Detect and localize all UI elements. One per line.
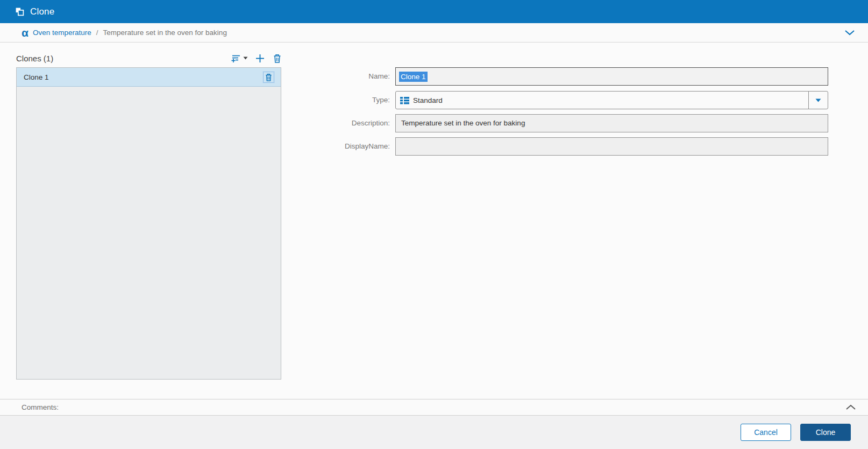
row-trash-icon [265, 73, 272, 81]
plus-icon[interactable] [255, 54, 265, 63]
element-template-list-icon [400, 96, 409, 104]
breadcrumb: α Oven temperature / Temperature set in … [0, 23, 868, 43]
name-input-selected-text: Clone 1 [399, 72, 428, 82]
cancel-button[interactable]: Cancel [741, 424, 791, 441]
type-dropdown-button[interactable] [808, 92, 828, 109]
type-dropdown[interactable]: Standard [395, 91, 828, 109]
chevron-up-icon[interactable] [845, 404, 856, 410]
dialog-title: Clone [30, 6, 54, 17]
add-filter-button[interactable] [231, 54, 248, 63]
type-row: Type: Standard [323, 91, 828, 109]
chevron-down-icon[interactable] [844, 30, 855, 36]
footer: Cancel Clone [0, 416, 868, 449]
displayname-row: DisplayName: [323, 137, 828, 156]
row-delete-button[interactable] [263, 72, 274, 83]
comments-bar: Comments: [0, 399, 868, 416]
name-input[interactable]: Clone 1 [395, 67, 828, 86]
description-input[interactable]: Temperature set in the oven for baking [395, 114, 828, 132]
filter-caret-icon [243, 57, 248, 60]
description-row: Description: Temperature set in the oven… [323, 114, 828, 132]
displayname-input[interactable] [395, 137, 828, 156]
add-filter-icon [231, 54, 241, 63]
clones-panel-header: Clones (1) [16, 52, 281, 65]
comments-label: Comments: [22, 403, 59, 411]
clone-list-item-selected[interactable]: Clone 1 [17, 68, 281, 87]
clones-list: Clone 1 [16, 67, 281, 380]
clones-panel-title: Clones (1) [16, 54, 53, 63]
name-label: Name: [323, 67, 395, 86]
type-label: Type: [323, 91, 395, 109]
alpha-attribute-icon: α [22, 27, 29, 38]
name-row: Name: Clone 1 [323, 67, 828, 86]
breadcrumb-root-link[interactable]: Oven temperature [33, 29, 91, 37]
breadcrumb-separator: / [96, 29, 98, 37]
dialog-titlebar: Clone [0, 0, 868, 23]
clone-button[interactable]: Clone [800, 424, 851, 441]
breadcrumb-current: Temperature set in the oven for baking [103, 29, 227, 37]
combo-caret-icon [815, 99, 821, 102]
trash-icon[interactable] [273, 54, 281, 63]
displayname-label: DisplayName: [323, 137, 395, 156]
clone-icon [15, 7, 24, 16]
description-label: Description: [323, 114, 395, 132]
type-value: Standard [413, 96, 443, 104]
clone-item-label: Clone 1 [24, 73, 49, 81]
